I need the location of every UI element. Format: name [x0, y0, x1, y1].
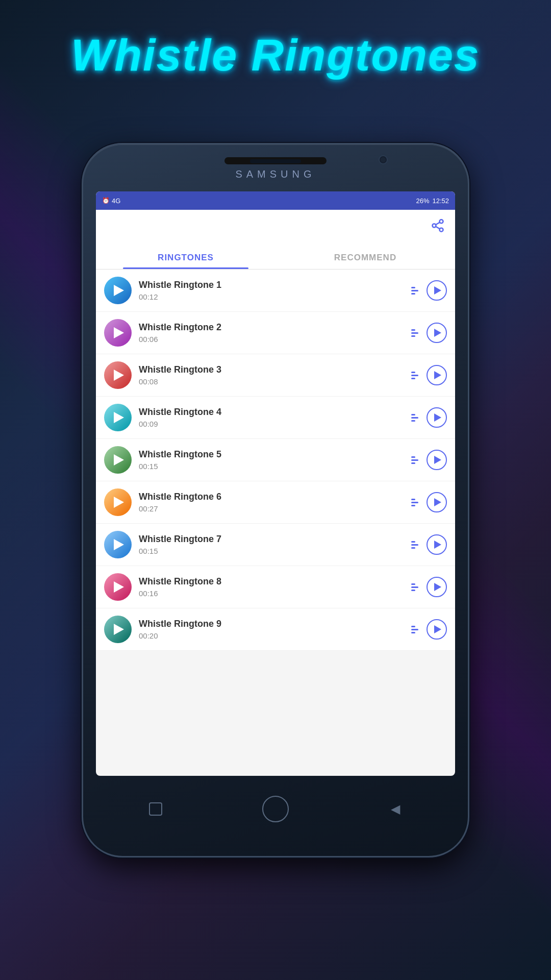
ringtone-duration-8: 00:16 — [139, 589, 404, 598]
menu-icon-7[interactable] — [411, 541, 418, 549]
menu-icon-9[interactable] — [411, 626, 418, 633]
ringtone-list: Whistle Ringtone 1 00:12 Whistle Rington… — [96, 270, 455, 651]
phone-brand: SAMSUNG — [235, 168, 315, 180]
ringtone-item[interactable]: Whistle Ringtone 5 00:15 — [96, 439, 455, 481]
tab-ringtones[interactable]: RINGTONES — [96, 244, 276, 269]
menu-icon-1[interactable] — [411, 287, 418, 295]
ringtone-info-2: Whistle Ringtone 2 00:06 — [139, 322, 404, 344]
time-text: 12:52 — [432, 197, 449, 205]
play-button-3[interactable] — [104, 361, 132, 389]
ringtone-title-3: Whistle Ringtone 3 — [139, 364, 404, 375]
ringtone-title-4: Whistle Ringtone 4 — [139, 407, 404, 418]
ringtone-info-7: Whistle Ringtone 7 00:15 — [139, 534, 404, 555]
menu-icon-6[interactable] — [411, 499, 418, 506]
ringtone-info-1: Whistle Ringtone 1 00:12 — [139, 280, 404, 301]
ringtone-title-7: Whistle Ringtone 7 — [139, 534, 404, 545]
ringtone-actions-6 — [411, 492, 447, 512]
tabs-container: RINGTONES RECOMMEND — [96, 244, 455, 270]
menu-icon-8[interactable] — [411, 583, 418, 591]
play-button-7[interactable] — [104, 531, 132, 558]
ringtone-item[interactable]: Whistle Ringtone 9 00:20 — [96, 608, 455, 651]
ringtone-title-1: Whistle Ringtone 1 — [139, 280, 404, 290]
menu-icon-3[interactable] — [411, 372, 418, 379]
play-outline-button-1[interactable] — [427, 280, 447, 301]
ringtone-info-3: Whistle Ringtone 3 00:08 — [139, 364, 404, 386]
tab-recommend[interactable]: RECOMMEND — [276, 244, 455, 269]
signal-text: 4G — [112, 197, 120, 205]
menu-icon-5[interactable] — [411, 456, 418, 464]
ringtone-title-9: Whistle Ringtone 9 — [139, 619, 404, 629]
play-outline-icon — [434, 456, 441, 464]
nav-home-icon — [262, 796, 289, 822]
play-triangle-icon — [114, 285, 124, 296]
play-outline-icon — [434, 413, 441, 422]
play-button-4[interactable] — [104, 404, 132, 431]
play-outline-button-2[interactable] — [427, 323, 447, 343]
play-outline-button-9[interactable] — [427, 619, 447, 640]
play-outline-button-5[interactable] — [427, 450, 447, 470]
play-triangle-icon — [114, 581, 124, 593]
app-title: Whistle Ringtones — [0, 31, 551, 80]
play-button-5[interactable] — [104, 446, 132, 474]
ringtone-item[interactable]: Whistle Ringtone 4 00:09 — [96, 397, 455, 439]
ringtone-info-8: Whistle Ringtone 8 00:16 — [139, 576, 404, 598]
play-outline-icon — [434, 541, 441, 549]
ringtone-duration-7: 00:15 — [139, 547, 404, 555]
app-header — [96, 210, 455, 244]
phone-bottom-nav: ◀ — [96, 786, 455, 832]
ringtone-item[interactable]: Whistle Ringtone 6 00:27 — [96, 481, 455, 524]
nav-back-icon: ◀ — [391, 802, 400, 816]
ringtone-info-5: Whistle Ringtone 5 00:15 — [139, 449, 404, 471]
play-outline-button-6[interactable] — [427, 492, 447, 512]
play-triangle-icon — [114, 624, 124, 635]
menu-icon-2[interactable] — [411, 329, 418, 337]
ringtone-actions-5 — [411, 450, 447, 470]
nav-recent-button[interactable] — [142, 795, 170, 823]
play-button-1[interactable] — [104, 277, 132, 304]
ringtone-duration-6: 00:27 — [139, 504, 404, 513]
ringtone-info-9: Whistle Ringtone 9 00:20 — [139, 619, 404, 640]
play-button-6[interactable] — [104, 488, 132, 516]
ringtone-item[interactable]: Whistle Ringtone 8 00:16 — [96, 566, 455, 608]
phone-mockup: SAMSUNG ⏰ 4G 26% 12:52 — [82, 143, 469, 857]
play-outline-button-8[interactable] — [427, 577, 447, 597]
menu-icon-4[interactable] — [411, 414, 418, 422]
ringtone-info-6: Whistle Ringtone 6 00:27 — [139, 492, 404, 513]
ringtone-actions-9 — [411, 619, 447, 640]
ringtone-duration-9: 00:20 — [139, 631, 404, 640]
nav-home-button[interactable] — [261, 795, 289, 823]
svg-line-4 — [436, 222, 440, 225]
ringtone-item[interactable]: Whistle Ringtone 1 00:12 — [96, 270, 455, 312]
status-bar: ⏰ 4G 26% 12:52 — [96, 191, 455, 210]
ringtone-duration-3: 00:08 — [139, 377, 404, 386]
play-button-2[interactable] — [104, 319, 132, 347]
play-triangle-icon — [114, 497, 124, 508]
share-icon[interactable] — [431, 218, 445, 236]
ringtone-duration-1: 00:12 — [139, 292, 404, 301]
play-triangle-icon — [114, 370, 124, 381]
play-outline-button-4[interactable] — [427, 407, 447, 428]
ringtone-actions-7 — [411, 534, 447, 555]
play-outline-icon — [434, 583, 441, 591]
ringtone-item[interactable]: Whistle Ringtone 2 00:06 — [96, 312, 455, 354]
ringtone-actions-4 — [411, 407, 447, 428]
phone-screen: ⏰ 4G 26% 12:52 — [96, 191, 455, 776]
ringtone-item[interactable]: Whistle Ringtone 7 00:15 — [96, 524, 455, 566]
svg-line-3 — [436, 226, 440, 229]
nav-back-button[interactable]: ◀ — [381, 795, 409, 823]
ringtone-item[interactable]: Whistle Ringtone 3 00:08 — [96, 354, 455, 397]
alarm-icon: ⏰ — [102, 197, 110, 204]
play-outline-icon — [434, 286, 441, 295]
ringtone-info-4: Whistle Ringtone 4 00:09 — [139, 407, 404, 428]
ringtone-title-8: Whistle Ringtone 8 — [139, 576, 404, 587]
play-button-9[interactable] — [104, 616, 132, 643]
play-outline-icon — [434, 329, 441, 337]
play-outline-button-3[interactable] — [427, 365, 447, 385]
play-button-8[interactable] — [104, 573, 132, 601]
play-outline-icon — [434, 498, 441, 506]
ringtone-title-5: Whistle Ringtone 5 — [139, 449, 404, 460]
status-right: 26% 12:52 — [416, 197, 449, 205]
ringtone-actions-8 — [411, 577, 447, 597]
play-outline-button-7[interactable] — [427, 534, 447, 555]
ringtone-duration-5: 00:15 — [139, 462, 404, 471]
